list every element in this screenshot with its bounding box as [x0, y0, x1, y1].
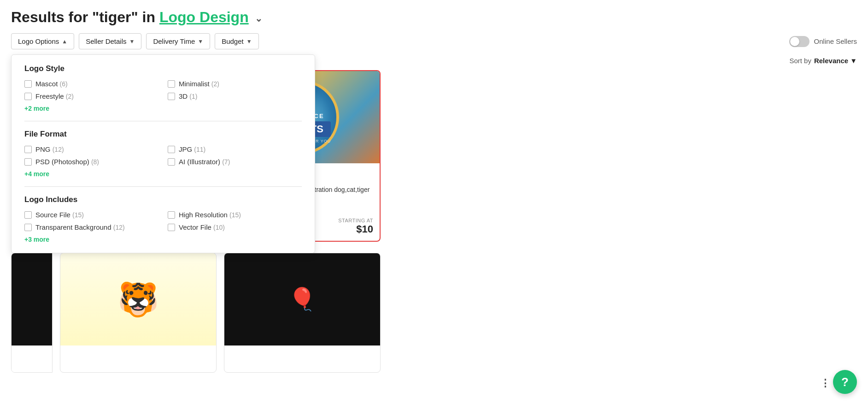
option-label: Minimalist (2): [179, 80, 219, 88]
divider-1: [24, 121, 302, 121]
toggle-knob: [790, 37, 799, 46]
list-item[interactable]: Minimalist (2): [168, 80, 302, 88]
jpg-checkbox[interactable]: [168, 146, 175, 153]
logo-style-options: Mascot (6) Minimalist (2) Freestyle (2) …: [24, 80, 302, 100]
seller-details-chevron-icon: ▼: [129, 38, 135, 45]
option-label: Mascot (6): [35, 80, 68, 88]
list-item[interactable]: Source File (15): [24, 211, 158, 219]
option-label: PSD (Photoshop) (8): [35, 158, 99, 166]
tiger-card-body: [60, 345, 216, 357]
budget-filter[interactable]: Budget ▼: [215, 33, 258, 49]
logo-includes-more[interactable]: +3 more: [24, 236, 49, 243]
tiger-card-image: 🐯: [60, 253, 216, 345]
dark-card-body: [224, 345, 380, 357]
online-sellers-area: Online Sellers: [789, 36, 857, 47]
partial-dark-image: [12, 253, 52, 345]
source-file-checkbox[interactable]: [24, 211, 32, 219]
starting-at-label: STARTING AT: [338, 218, 373, 223]
sort-value[interactable]: Relevance ▼: [814, 57, 857, 65]
seller-details-filter[interactable]: Seller Details ▼: [79, 33, 141, 49]
delivery-time-chevron-icon: ▼: [198, 38, 203, 45]
logo-options-filter[interactable]: Logo Options ▲: [11, 33, 74, 49]
page-header: Results for "tiger" in Logo Design ⌄: [0, 0, 868, 26]
option-label: JPG (11): [179, 145, 205, 153]
list-item[interactable]: High Resolution (15): [168, 211, 302, 219]
mascot-checkbox[interactable]: [24, 80, 32, 88]
page-title: Results for "tiger" in Logo Design ⌄: [11, 8, 857, 26]
file-format-options: PNG (12) JPG (11) PSD (Photoshop) (8) AI…: [24, 145, 302, 166]
list-item[interactable]: Transparent Background (12): [24, 223, 158, 231]
logo-options-chevron-icon: ▲: [62, 38, 67, 45]
psd-checkbox[interactable]: [24, 158, 32, 166]
scouts-card-price: $10: [338, 223, 373, 235]
dark-card-image: 🎈: [224, 253, 380, 345]
option-label: High Resolution (15): [179, 211, 241, 219]
tiger-card: 🐯: [60, 253, 217, 373]
logo-includes-options: Source File (15) High Resolution (15) Tr…: [24, 211, 302, 231]
logo-options-dropdown: Logo Style Mascot (6) Minimalist (2) Fre…: [11, 54, 315, 253]
category-chevron-icon[interactable]: ⌄: [255, 13, 263, 24]
budget-chevron-icon: ▼: [246, 38, 252, 45]
option-label: AI (Illustrator) (7): [179, 158, 230, 166]
sort-by-label: Sort by: [789, 57, 811, 65]
category-link[interactable]: Logo Design: [159, 9, 249, 25]
list-item[interactable]: Vector File (10): [168, 223, 302, 231]
partial-card-2-body: [12, 345, 52, 373]
logo-style-title: Logo Style: [24, 64, 302, 73]
budget-label: Budget: [222, 37, 244, 45]
3d-checkbox[interactable]: [168, 93, 175, 100]
file-format-title: File Format: [24, 130, 302, 139]
option-label: 3D (1): [179, 92, 197, 100]
high-res-checkbox[interactable]: [168, 211, 175, 219]
partial-card-2: [11, 253, 53, 373]
option-label: Freestyle (2): [35, 92, 74, 100]
dark-card: 🎈: [224, 253, 381, 373]
scouts-card-price-area: STARTING AT $10: [338, 218, 373, 235]
sort-value-text: Relevance: [814, 57, 848, 65]
logo-options-label: Logo Options: [18, 37, 59, 45]
filter-bar: Logo Options ▲ Seller Details ▼ Delivery…: [0, 26, 868, 57]
option-label: Transparent Background (12): [35, 223, 125, 231]
list-item[interactable]: 3D (1): [168, 92, 302, 100]
ai-checkbox[interactable]: [168, 158, 175, 166]
png-checkbox[interactable]: [24, 146, 32, 153]
cards-row-bottom: 🐯 🎈: [0, 253, 868, 373]
list-item[interactable]: AI (Illustrator) (7): [168, 158, 302, 166]
logo-includes-title: Logo Includes: [24, 195, 302, 204]
online-sellers-toggle[interactable]: [789, 36, 809, 47]
list-item[interactable]: Mascot (6): [24, 80, 158, 88]
option-label: Source File (15): [35, 211, 84, 219]
divider-2: [24, 186, 302, 187]
logo-style-more[interactable]: +2 more: [24, 105, 49, 112]
seller-details-label: Seller Details: [86, 37, 126, 45]
minimalist-checkbox[interactable]: [168, 80, 175, 88]
list-item[interactable]: JPG (11): [168, 145, 302, 153]
vector-file-checkbox[interactable]: [168, 224, 175, 231]
option-label: Vector File (10): [179, 223, 225, 231]
list-item[interactable]: PSD (Photoshop) (8): [24, 158, 158, 166]
freestyle-checkbox[interactable]: [24, 93, 32, 100]
option-label: PNG (12): [35, 145, 64, 153]
transparent-bg-checkbox[interactable]: [24, 224, 32, 231]
delivery-time-filter[interactable]: Delivery Time ▼: [146, 33, 210, 49]
file-format-more[interactable]: +4 more: [24, 170, 49, 178]
balloon-icon: 🎈: [288, 286, 316, 312]
list-item[interactable]: PNG (12): [24, 145, 158, 153]
list-item[interactable]: Freestyle (2): [24, 92, 158, 100]
sort-chevron-icon: ▼: [850, 57, 857, 65]
online-sellers-label: Online Sellers: [814, 37, 857, 45]
delivery-time-label: Delivery Time: [153, 37, 195, 45]
